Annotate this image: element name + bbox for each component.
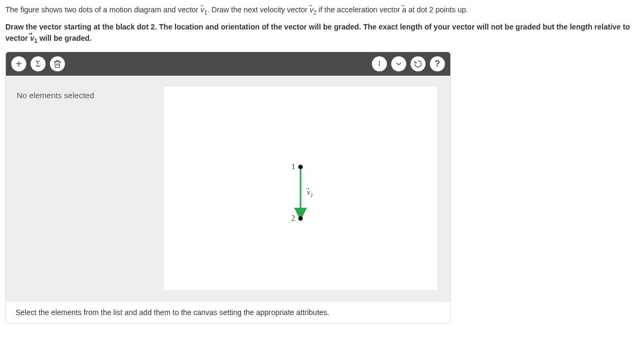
dropdown-button[interactable] [391, 56, 406, 71]
reset-icon [414, 60, 422, 68]
text: at dot 2 points up. [406, 5, 468, 14]
reset-button[interactable] [411, 56, 426, 71]
text: if the acceleration vector [317, 5, 402, 14]
drawing-canvas[interactable]: 1 2 v1 [164, 86, 437, 290]
help-button[interactable]: ? [430, 56, 445, 71]
info-button[interactable] [372, 56, 387, 71]
drawing-widget: + Σ [5, 52, 451, 324]
elements-sidebar: No elements selected [6, 76, 151, 301]
toolbar-right: ? [372, 56, 445, 71]
chevron-down-icon [394, 60, 403, 68]
vector-a-symbol: a [402, 4, 406, 16]
toolbar: + Σ [6, 52, 450, 76]
delete-button[interactable] [50, 56, 65, 71]
svg-point-0 [379, 62, 379, 62]
footer-hint: Select the elements from the list and ad… [6, 301, 450, 323]
vector-v1-symbol: v [200, 4, 204, 16]
canvas-area: 1 2 v1 [151, 76, 450, 301]
text: will be graded. [38, 34, 92, 42]
sidebar-status: No elements selected [17, 91, 140, 100]
text: The figure shows two dots of a motion di… [5, 5, 200, 14]
add-button[interactable]: + [11, 56, 26, 71]
workspace: No elements selected 1 2 v1 [6, 76, 450, 301]
dot-1-label: 1 [291, 163, 295, 171]
trash-icon [53, 60, 62, 68]
vector-v1-symbol: v [30, 33, 34, 44]
dot-2-label: 2 [291, 214, 295, 223]
toolbar-left: + Σ [11, 56, 65, 71]
text: Draw the vector starting at the black do… [5, 23, 630, 42]
sigma-icon: Σ [35, 59, 40, 69]
dot-2[interactable] [298, 216, 303, 221]
vector-v1-label: v1 [307, 188, 313, 198]
vector-v2-symbol: v [310, 4, 313, 16]
sigma-button[interactable]: Σ [31, 56, 46, 71]
dot-1[interactable] [298, 165, 303, 169]
plus-icon: + [16, 59, 22, 69]
text: . Draw the next velocity vector [207, 5, 310, 14]
canvas-svg [164, 86, 437, 290]
instruction-line-1: The figure shows two dots of a motion di… [5, 4, 639, 17]
question-icon: ? [435, 59, 440, 69]
instruction-line-2: Draw the vector starting at the black do… [5, 21, 639, 46]
info-icon [375, 60, 384, 68]
problem-instructions: The figure shows two dots of a motion di… [5, 4, 639, 45]
